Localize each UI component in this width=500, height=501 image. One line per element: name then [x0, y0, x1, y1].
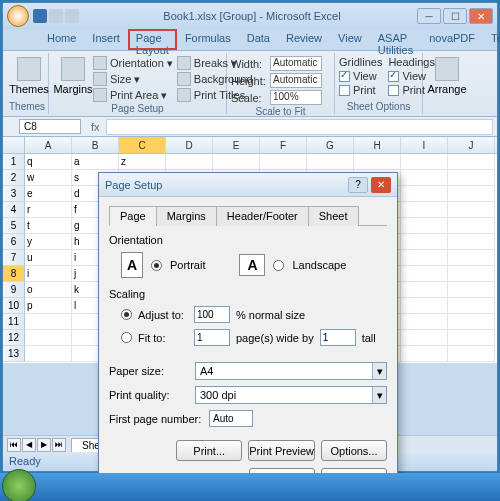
first-page-input[interactable]	[209, 410, 253, 427]
cell[interactable]: w	[25, 170, 72, 186]
fit-width-input[interactable]	[194, 329, 230, 346]
cell[interactable]	[401, 346, 448, 362]
select-all-corner[interactable]	[3, 137, 25, 153]
col-header[interactable]: J	[448, 137, 495, 153]
dialog-close-button[interactable]: ✕	[371, 177, 391, 193]
dialog-tab-page[interactable]: Page	[109, 206, 157, 226]
cell[interactable]	[448, 314, 495, 330]
cell[interactable]: t	[25, 218, 72, 234]
cell[interactable]	[25, 330, 72, 346]
cell[interactable]	[260, 154, 307, 170]
cell[interactable]	[448, 234, 495, 250]
row-header[interactable]: 11	[3, 314, 25, 330]
landscape-radio[interactable]	[273, 260, 284, 271]
fit-height-input[interactable]	[320, 329, 356, 346]
first-sheet-button[interactable]: ⏮	[7, 438, 21, 452]
row-header[interactable]: 13	[3, 346, 25, 362]
cell[interactable]: q	[25, 154, 72, 170]
cell[interactable]: r	[25, 202, 72, 218]
cell[interactable]	[448, 298, 495, 314]
row-header[interactable]: 4	[3, 202, 25, 218]
cell[interactable]: z	[119, 154, 166, 170]
row-header[interactable]: 3	[3, 186, 25, 202]
adjust-to-radio[interactable]	[121, 309, 132, 320]
tab-view[interactable]: View	[330, 29, 370, 50]
col-header[interactable]: A	[25, 137, 72, 153]
last-sheet-button[interactable]: ⏭	[52, 438, 66, 452]
cell[interactable]	[448, 346, 495, 362]
cell[interactable]	[354, 154, 401, 170]
cell[interactable]	[401, 330, 448, 346]
cell[interactable]	[448, 186, 495, 202]
close-button[interactable]: ✕	[469, 8, 493, 24]
cell[interactable]	[307, 154, 354, 170]
next-sheet-button[interactable]: ▶	[37, 438, 51, 452]
row-header[interactable]: 6	[3, 234, 25, 250]
tab-formulas[interactable]: Formulas	[177, 29, 239, 50]
margins-button[interactable]: Margins	[53, 55, 93, 103]
fit-to-radio[interactable]	[121, 332, 132, 343]
row-header[interactable]: 5	[3, 218, 25, 234]
cell[interactable]: y	[25, 234, 72, 250]
cell[interactable]: o	[25, 282, 72, 298]
cell[interactable]: u	[25, 250, 72, 266]
col-header[interactable]: C	[119, 137, 166, 153]
row-header[interactable]: 9	[3, 282, 25, 298]
row-header[interactable]: 1	[3, 154, 25, 170]
options-button[interactable]: Options...	[321, 440, 387, 461]
portrait-radio[interactable]	[151, 260, 162, 271]
print-preview-button[interactable]: Print Preview	[248, 440, 315, 461]
size-button[interactable]: Size ▾	[93, 71, 173, 87]
dialog-help-button[interactable]: ?	[348, 177, 368, 193]
undo-icon[interactable]	[49, 9, 63, 23]
dialog-tab-header-footer[interactable]: Header/Footer	[216, 206, 309, 226]
orientation-button[interactable]: Orientation ▾	[93, 55, 173, 71]
col-header[interactable]: D	[166, 137, 213, 153]
tab-team[interactable]: Team	[483, 29, 500, 50]
themes-button[interactable]: Themes	[9, 55, 49, 97]
dialog-titlebar[interactable]: Page Setup ? ✕	[99, 173, 397, 197]
cell[interactable]: a	[72, 154, 119, 170]
cell[interactable]	[401, 186, 448, 202]
maximize-button[interactable]: ☐	[443, 8, 467, 24]
row-header[interactable]: 10	[3, 298, 25, 314]
print-button[interactable]: Print...	[176, 440, 242, 461]
tab-insert[interactable]: Insert	[84, 29, 128, 50]
prev-sheet-button[interactable]: ◀	[22, 438, 36, 452]
print-area-button[interactable]: Print Area ▾	[93, 87, 173, 103]
cell[interactable]	[448, 330, 495, 346]
col-header[interactable]: B	[72, 137, 119, 153]
col-header[interactable]: F	[260, 137, 307, 153]
minimize-button[interactable]: ─	[417, 8, 441, 24]
cell[interactable]	[401, 250, 448, 266]
col-header[interactable]: G	[307, 137, 354, 153]
cell[interactable]	[448, 202, 495, 218]
tab-review[interactable]: Review	[278, 29, 330, 50]
cell[interactable]	[401, 170, 448, 186]
col-header[interactable]: I	[401, 137, 448, 153]
formula-input[interactable]	[106, 119, 493, 135]
cell[interactable]	[401, 154, 448, 170]
tab-page-layout[interactable]: Page Layout	[128, 29, 177, 50]
cell[interactable]	[401, 298, 448, 314]
dialog-tab-margins[interactable]: Margins	[156, 206, 217, 226]
col-header[interactable]: E	[213, 137, 260, 153]
windows-taskbar[interactable]	[0, 473, 500, 501]
redo-icon[interactable]	[65, 9, 79, 23]
height-control[interactable]: Height:Automatic	[231, 72, 330, 89]
cell[interactable]	[401, 314, 448, 330]
cell[interactable]	[401, 234, 448, 250]
row-header[interactable]: 7	[3, 250, 25, 266]
cell[interactable]	[166, 154, 213, 170]
adjust-to-input[interactable]	[194, 306, 230, 323]
start-button[interactable]	[2, 469, 36, 502]
width-control[interactable]: Width:Automatic	[231, 55, 330, 72]
cell[interactable]	[448, 250, 495, 266]
tab-data[interactable]: Data	[239, 29, 278, 50]
cell[interactable]	[448, 218, 495, 234]
row-header[interactable]: 12	[3, 330, 25, 346]
tab-home[interactable]: Home	[39, 29, 84, 50]
cell[interactable]	[401, 202, 448, 218]
cell[interactable]	[448, 154, 495, 170]
cell[interactable]	[448, 266, 495, 282]
